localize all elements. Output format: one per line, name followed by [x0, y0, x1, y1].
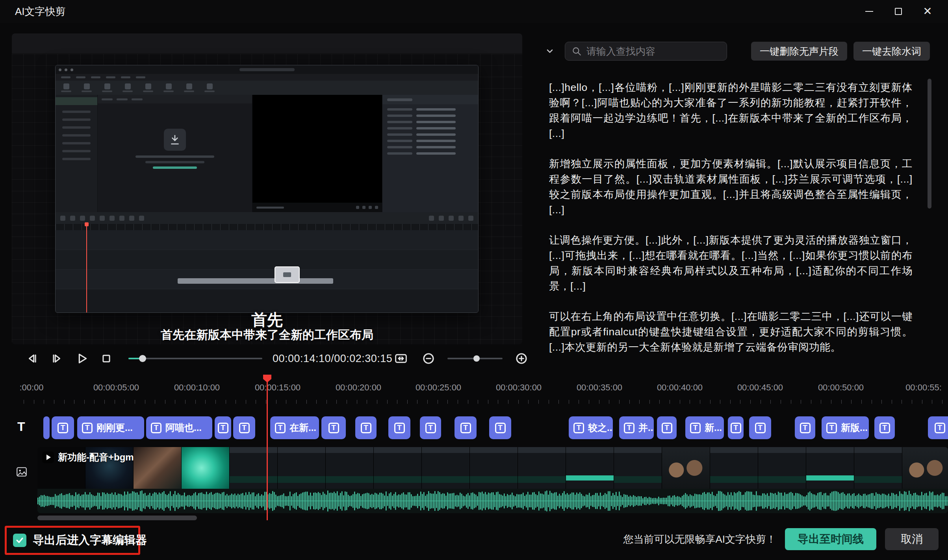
text-clip[interactable]: T新版... [822, 416, 869, 439]
timeline-horizontal-scrollbar[interactable] [37, 516, 197, 520]
text-clip-icon: T [662, 423, 672, 433]
search-input[interactable] [586, 46, 720, 57]
mock-editor-menubar [56, 74, 478, 81]
text-clip[interactable]: T [52, 416, 74, 439]
zoom-out-button[interactable] [420, 350, 437, 367]
ruler-label: 00:00:55: [905, 383, 942, 393]
play-button[interactable] [73, 350, 91, 367]
text-clip[interactable]: T [749, 416, 771, 439]
transcript-paragraph[interactable]: 想知道在云端的喵影有哪些惊喜吗？惊喜一云资产管理素材，项目通通上 [549, 370, 913, 370]
maximize-button[interactable] [890, 3, 907, 20]
text-clip[interactable]: T [928, 416, 948, 439]
text-clip-icon: T [151, 423, 161, 433]
minimize-icon [865, 11, 873, 12]
text-clip[interactable]: T在新... [270, 416, 319, 439]
transcript[interactable]: [...]hello，[...]各位喵粉，[...]刚刚更新的外星喵影二零二三有… [549, 80, 913, 370]
text-clip[interactable]: T [215, 416, 231, 439]
search-box[interactable] [565, 42, 727, 61]
ruler-label: 00:00:50:00 [818, 383, 864, 393]
window-controls: ✕ [861, 3, 948, 20]
ruler-label: :00:00 [19, 383, 43, 393]
text-clip[interactable]: T [728, 416, 744, 439]
text-clip[interactable]: T [489, 416, 511, 439]
transcript-paragraph[interactable]: 新增独立展示的属性面板，更加方便素材编辑。[...]默认展示项目信息页，工程参数… [549, 156, 913, 218]
timeline-zoom-slider[interactable] [447, 350, 503, 367]
text-clip[interactable]: T刚刚更... [77, 416, 144, 439]
subtitle-line: 首先在新版本中带来了全新的工作区布局 [12, 327, 522, 343]
text-clip-label: 新... [705, 421, 722, 434]
seek-slider[interactable] [128, 350, 262, 367]
transcript-paragraph[interactable]: 可以在右上角的布局设置中任意切换。[...]在喵影二零二三中，[...]还可以一… [549, 309, 913, 355]
playhead[interactable] [267, 380, 268, 520]
transcript-paragraph[interactable]: [...]hello，[...]各位喵粉，[...]刚刚更新的外星喵影二零二三有… [549, 80, 913, 141]
video-thumbnail [806, 447, 854, 489]
playhead-handle[interactable] [263, 375, 271, 383]
video-thumbnail [182, 447, 230, 489]
ruler-label: 00:00:45:00 [737, 383, 783, 393]
text-clip[interactable]: T并... [619, 416, 654, 439]
remove-filler-words-button[interactable]: 一键去除水词 [853, 42, 930, 61]
text-clip-icon: T [826, 423, 837, 433]
text-clip-icon: T [495, 423, 506, 433]
text-clip[interactable]: T [657, 416, 677, 439]
text-clip[interactable]: T [795, 416, 815, 439]
video-clip[interactable]: 新功能-配音+bgm [37, 447, 948, 513]
transcript-paragraph[interactable]: 让调色操作更方便。[...]此外，[...]新版本提供了更为灵活的播放器独立窗口… [549, 233, 913, 294]
audio-waveform [37, 489, 948, 513]
mock-editor-media-panel [97, 95, 252, 212]
minimize-button[interactable] [861, 3, 878, 20]
text-clip[interactable]: T新... [685, 416, 724, 439]
preview-stage: 首先 首先在新版本中带来了全新的工作区布局 [12, 54, 522, 344]
text-clip[interactable]: T [233, 416, 255, 439]
mock-editor-timeline [56, 212, 478, 312]
text-clip-icon: T [624, 423, 634, 433]
export-to-timeline-button[interactable]: 导出至时间线 [785, 528, 876, 550]
text-clip-icon: T [361, 423, 371, 433]
text-clip[interactable]: T [874, 416, 895, 439]
cancel-button[interactable]: 取消 [885, 528, 939, 550]
video-preview-panel: 首先 首先在新版本中带来了全新的工作区布局 [12, 33, 522, 344]
video-thumbnail [662, 447, 710, 489]
text-clip[interactable]: T较之... [569, 416, 613, 439]
text-clip-icon: T [731, 423, 741, 433]
delete-silence-button[interactable]: 一键删除无声片段 [751, 42, 847, 61]
title-bar: AI文字快剪 ✕ [0, 0, 948, 23]
ruler-label: 00:00:15:00 [255, 383, 301, 393]
video-thumbnail [326, 447, 374, 489]
zoom-knob[interactable] [473, 355, 480, 362]
next-frame-button[interactable] [48, 350, 65, 367]
open-subtitle-editor-checkbox[interactable] [13, 534, 26, 547]
fit-to-screen-button[interactable] [392, 350, 410, 367]
text-clip[interactable]: T [321, 416, 346, 439]
stop-button[interactable] [98, 350, 115, 367]
text-clip[interactable]: T [355, 416, 377, 439]
close-button[interactable]: ✕ [919, 3, 936, 20]
text-clip-icon: T [394, 423, 405, 433]
footer-tip: 您当前可以无限畅享AI文字快剪！ [623, 532, 776, 546]
text-clip[interactable] [43, 416, 50, 439]
text-clip-icon: T [573, 423, 584, 433]
text-clip-icon: T [275, 423, 286, 433]
mock-editor-titlebar [56, 65, 478, 74]
text-clip[interactable]: T阿喵也... [146, 416, 212, 439]
ruler-label: 00:00:05:00 [93, 383, 139, 393]
previous-frame-button[interactable] [24, 350, 41, 367]
ruler-label: 00:00:30:00 [496, 383, 542, 393]
video-thumbnail [278, 447, 326, 489]
import-media-icon [164, 129, 186, 151]
timeline: :00:0000:00:05:0000:00:10:0000:00:15:000… [0, 377, 948, 522]
text-clip-icon: T [425, 423, 436, 433]
transcript-scrollbar[interactable] [928, 79, 931, 209]
play-badge-icon [42, 451, 54, 463]
text-clip-label: 在新... [289, 421, 316, 434]
text-clip[interactable]: T [388, 416, 410, 439]
seek-knob[interactable] [139, 355, 146, 362]
video-thumbnail [470, 447, 518, 489]
video-clip-label: 新功能-配音+bgm [58, 451, 134, 464]
text-clip[interactable]: T [455, 416, 477, 439]
zoom-in-button[interactable] [513, 350, 530, 367]
mock-editor-categories [56, 95, 97, 212]
text-clip[interactable]: T [420, 416, 441, 439]
collapse-button[interactable] [541, 42, 558, 61]
ruler-label: 00:00:25:00 [416, 383, 461, 393]
